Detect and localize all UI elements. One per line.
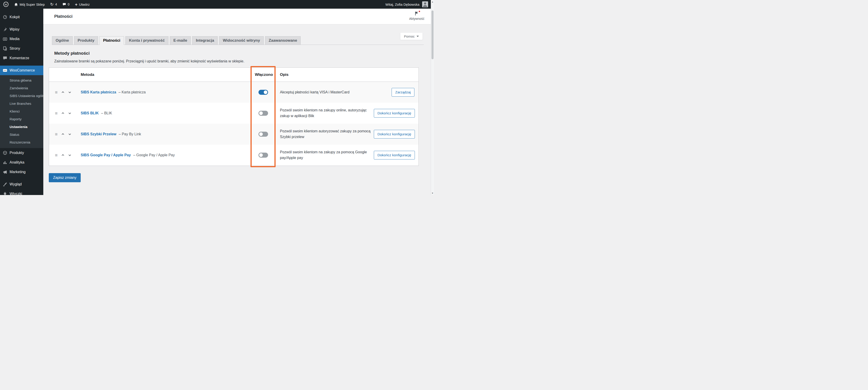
column-header-enabled: Włączono [251,72,276,77]
drag-handle-icon[interactable]: ≡ [55,153,58,157]
sidebar-subitem-status[interactable]: Status [0,131,43,138]
sidebar-item-label: Analityka [9,160,24,164]
tab-platnosci[interactable]: Płatności [99,36,124,45]
sidebar-item-wyglad[interactable]: Wygląd [0,180,43,189]
enabled-toggle[interactable] [258,111,268,116]
plugin-icon [3,192,7,195]
save-changes-button[interactable]: Zapisz zmiany [49,173,81,182]
account-greeting[interactable]: Witaj, Zofia Dębowska [385,2,420,6]
dashboard-icon [3,15,7,19]
payments-table: Metoda Włączono Opis ≡ SIBS Karta płatni… [49,67,419,166]
menu-separator [0,63,43,66]
enabled-toggle[interactable] [258,90,268,95]
sidebar-item-kokpit[interactable]: Kokpit [0,12,43,22]
scroll-up-arrow[interactable]: ▲ [431,0,434,3]
sidebar-item-woocommerce[interactable]: WooCommerce [0,66,43,75]
toggle-knob [259,111,263,115]
finish-setup-button[interactable]: Dokończ konfigurację [374,130,415,138]
finish-setup-button[interactable]: Dokończ konfigurację [374,109,415,118]
payment-method-suffix: – Pay By Link [119,132,141,136]
scrollbar[interactable]: ▲ ▼ [431,0,434,195]
sidebar-subitem-zamowienia[interactable]: Zamówienia [0,84,43,92]
move-down-icon[interactable] [68,91,71,94]
payment-method-link[interactable]: SIBS Google Pay / Apple Pay [81,153,131,157]
sidebar-item-wtyczki[interactable]: Wtyczki [0,189,43,195]
comments-button[interactable]: 0 [62,2,69,6]
tab-emaile[interactable]: E-maile [170,36,191,45]
sidebar-subitem-raporty[interactable]: Raporty [0,115,43,123]
menu-separator [0,22,43,25]
drag-handle-icon[interactable]: ≡ [55,132,58,136]
move-up-icon[interactable] [61,154,64,157]
sidebar-item-label: Strony [9,46,20,51]
payment-row-karta: ≡ SIBS Karta płatnicza – Karta płatnicza… [49,82,418,103]
tab-ogolne[interactable]: Ogólne [52,36,73,45]
row-handles: ≡ [49,111,81,116]
scroll-down-arrow[interactable]: ▼ [431,192,434,195]
tab-widocznosc-witryny[interactable]: Widoczność witryny [219,36,264,45]
payment-method-link[interactable]: SIBS Karta płatnicza [81,90,116,94]
payment-description: Pozwól swoim klientom na zakupy za pomoc… [280,150,371,161]
sidebar-item-strony[interactable]: Strony [0,44,43,53]
sidebar-item-label: Wpisy [9,27,20,31]
row-handles: ≡ [49,90,81,95]
sidebar-item-marketing[interactable]: Marketing [0,167,43,177]
column-header-method: Metoda [81,72,251,77]
move-up-icon[interactable] [61,111,64,115]
tab-zaawansowane[interactable]: Zaawansowane [265,36,301,45]
new-content-button[interactable]: + Utwórz [75,2,90,7]
tab-konta-i-prywatnosc[interactable]: Konta i prywatność [125,36,168,45]
move-up-icon[interactable] [61,91,64,94]
comment-icon [3,56,7,60]
move-down-icon[interactable] [68,111,71,115]
sidebar-subitem-live-branches[interactable]: Live Branches [0,100,43,107]
toggle-knob [259,132,263,136]
enabled-toggle[interactable] [258,153,268,158]
sidebar-item-analityka[interactable]: Analityka [0,158,43,167]
sidebar-item-media[interactable]: Media [0,34,43,44]
updates-button[interactable]: ↻ 4 [50,2,57,6]
site-link[interactable]: Mój Super Sklep [14,2,45,6]
sidebar-subitem-klienci[interactable]: Klienci [0,107,43,115]
flag-icon [414,11,420,17]
payment-method-link[interactable]: SIBS BLIK [81,111,99,115]
tab-integracja[interactable]: Integracja [192,36,218,45]
woocommerce-icon [3,68,7,73]
manage-button[interactable]: Zarządzaj [392,88,414,97]
chevron-down-icon [416,36,419,37]
drag-handle-icon[interactable]: ≡ [55,90,58,95]
move-down-icon[interactable] [68,154,71,157]
section-description: Zainstalowane bramki są pokazane poniżej… [54,59,434,63]
drag-handle-icon[interactable]: ≡ [55,111,58,116]
bar-chart-icon [3,160,7,165]
avatar[interactable] [422,1,428,7]
payment-method-link[interactable]: SIBS Szybki Przelew [81,132,117,136]
sidebar-item-produkty[interactable]: Produkty [0,148,43,158]
sidebar-subitem-strona-glowna[interactable]: Strona główna [0,76,43,84]
menu-separator [0,177,43,180]
help-label: Pomoc [404,34,414,38]
activity-button[interactable]: Aktywność [409,11,425,21]
wordpress-logo-icon[interactable]: W [3,2,9,7]
sidebar-subitem-ustawienia[interactable]: Ustawienia [0,123,43,131]
tab-produkty[interactable]: Produkty [74,36,98,45]
site-name: Mój Super Sklep [20,2,45,6]
scrollbar-thumb[interactable] [432,10,434,59]
sidebar-subitem-rozszerzenia[interactable]: Rozszerzenia [0,138,43,146]
sidebar-subitem-sibs-ustawienia[interactable]: SIBS Ustawienia ogólne [0,92,43,100]
move-down-icon[interactable] [68,133,71,136]
payment-method-suffix: – BLIK [101,111,112,115]
help-dropdown[interactable]: Pomoc [400,33,423,40]
move-up-icon[interactable] [61,133,64,136]
payment-description: Pozwól swoim klientom na zakupy online, … [280,107,371,119]
enabled-toggle[interactable] [258,132,268,137]
sidebar-item-wpisy[interactable]: Wpisy [0,25,43,34]
finish-setup-button[interactable]: Dokończ konfigurację [374,151,415,159]
comments-icon [62,2,66,6]
section-title: Metody płatności [54,51,434,56]
sidebar-item-komentarze[interactable]: Komentarze [0,53,43,63]
svg-text:W: W [5,3,7,6]
settings-tabs: Ogólne Produkty Płatności Konta i prywat… [52,36,424,45]
pages-icon [3,46,7,51]
pin-icon [3,27,7,32]
